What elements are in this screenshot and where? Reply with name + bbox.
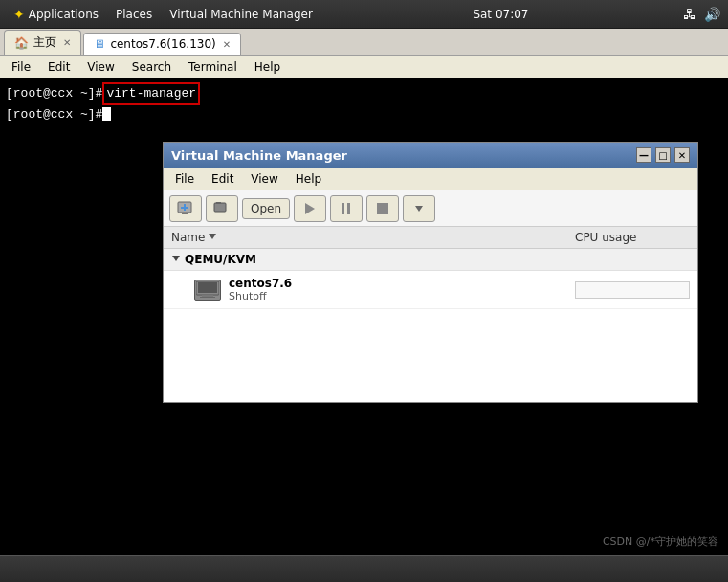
network-icon: 🖧 xyxy=(683,7,696,22)
vm-status: Shutoff xyxy=(229,290,292,302)
svg-rect-15 xyxy=(198,282,217,293)
vmm-menu-help[interactable]: Help xyxy=(288,170,329,188)
open-vm-icon-button[interactable] xyxy=(206,195,238,222)
terminal-menu-search[interactable]: Search xyxy=(124,58,179,76)
terminal-prompt-2: [root@ccx ~]# xyxy=(6,105,102,124)
tab-centos[interactable]: 🖥 centos7.6(16.130) ✕ xyxy=(83,33,241,55)
qemu-kvm-group[interactable]: QEMU/KVM xyxy=(164,249,697,271)
vmm-menu-edit[interactable]: Edit xyxy=(204,170,241,188)
new-vm-button[interactable] xyxy=(169,195,202,222)
vmm-minimize-button[interactable]: — xyxy=(636,147,651,163)
svg-rect-4 xyxy=(181,207,188,209)
centos-tab-close[interactable]: ✕ xyxy=(223,39,231,50)
terminal-prompt-1: [root@ccx ~]# xyxy=(6,84,102,103)
vmm-list-body: QEMU/KVM centos7.6 Shutoff xyxy=(164,249,697,402)
vm-row-centos[interactable]: centos7.6 Shutoff xyxy=(164,271,697,309)
vm-details: centos7.6 Shutoff xyxy=(229,277,292,302)
svg-marker-12 xyxy=(209,234,216,239)
applications-label: Applications xyxy=(29,8,99,21)
svg-marker-13 xyxy=(172,256,180,261)
svg-marker-7 xyxy=(305,203,315,214)
svg-rect-2 xyxy=(182,213,188,214)
vmm-title-controls: — □ ✕ xyxy=(636,147,690,163)
terminal-menubar: File Edit View Search Terminal Help xyxy=(0,56,728,78)
top-taskbar: ✦ Applications Places Virtual Machine Ma… xyxy=(0,0,728,29)
new-vm-icon xyxy=(176,199,195,218)
vmm-menu-button[interactable]: Virtual Machine Manager xyxy=(162,5,320,24)
pause-icon xyxy=(337,199,356,218)
cpu-column-label: CPU usage xyxy=(575,231,636,244)
open-label: Open xyxy=(251,202,281,215)
volume-icon: 🔊 xyxy=(704,7,720,22)
group-chevron-icon xyxy=(171,253,181,266)
open-button[interactable]: Open xyxy=(242,198,290,219)
dropdown-icon xyxy=(409,199,429,218)
watermark-text: CSDN @/*守护她的笑容 xyxy=(603,535,718,548)
terminal-menu-view[interactable]: View xyxy=(79,58,121,76)
taskbar-clock: Sat 07:07 xyxy=(326,8,675,21)
name-sort-icon xyxy=(209,231,216,244)
centos-tab-label: centos7.6(16.130) xyxy=(110,37,215,51)
vmm-dialog: Virtual Machine Manager — □ ✕ File Edit … xyxy=(163,142,698,403)
svg-rect-8 xyxy=(342,203,344,214)
terminal-menu-file[interactable]: File xyxy=(4,58,38,76)
terminal-menu-edit[interactable]: Edit xyxy=(40,58,77,76)
vmm-menubar: File Edit View Help xyxy=(164,168,697,190)
centos-tab-icon: 🖥 xyxy=(94,37,105,51)
svg-rect-1 xyxy=(180,212,189,213)
vmm-close-button[interactable]: ✕ xyxy=(674,147,690,163)
gnome-star-icon: ✦ xyxy=(13,7,25,22)
start-vm-button[interactable] xyxy=(294,195,326,222)
stop-vm-button[interactable] xyxy=(366,195,399,222)
home-tab-icon: 🏠 xyxy=(14,36,29,50)
watermark: CSDN @/*守护她的笑容 xyxy=(603,534,718,548)
vm-monitor-icon xyxy=(194,280,221,301)
name-column-header: Name xyxy=(171,231,575,244)
cpu-column-header: CPU usage xyxy=(575,231,690,244)
open-vm-icon xyxy=(212,199,232,218)
vm-cpu-bar xyxy=(575,281,690,299)
svg-rect-17 xyxy=(200,297,215,298)
group-label: QEMU/KVM xyxy=(185,253,256,266)
terminal-command: virt-manager xyxy=(102,82,200,105)
vm-info: centos7.6 Shutoff xyxy=(194,277,575,302)
vmm-menu-file[interactable]: File xyxy=(167,170,202,188)
terminal-line-2: [root@ccx ~]# xyxy=(6,105,722,124)
svg-marker-11 xyxy=(415,206,423,212)
vmm-titlebar: Virtual Machine Manager — □ ✕ xyxy=(164,143,697,168)
terminal-menu-help[interactable]: Help xyxy=(247,58,288,76)
taskbar-right-icons: 🖧 🔊 xyxy=(675,7,728,22)
vmm-label: Virtual Machine Manager xyxy=(169,8,313,21)
home-tab-label: 主页 xyxy=(33,34,56,51)
window-tab-bar: 🏠 主页 ✕ 🖥 centos7.6(16.130) ✕ xyxy=(0,29,728,56)
terminal-line-1: [root@ccx ~]# virt-manager xyxy=(6,82,722,105)
datetime-display: Sat 07:07 xyxy=(473,8,528,21)
applications-menu-button[interactable]: ✦ Applications xyxy=(6,4,106,25)
more-options-button[interactable] xyxy=(403,195,435,222)
terminal-cursor xyxy=(102,107,111,121)
pause-vm-button[interactable] xyxy=(330,195,363,222)
places-label: Places xyxy=(116,8,152,21)
terminal-menu-terminal[interactable]: Terminal xyxy=(181,58,245,76)
vmm-list-header: Name CPU usage xyxy=(164,227,697,249)
vmm-menu-view[interactable]: View xyxy=(243,170,285,188)
play-icon xyxy=(300,199,320,218)
svg-rect-5 xyxy=(214,203,226,212)
vm-name: centos7.6 xyxy=(229,277,292,290)
tab-home[interactable]: 🏠 主页 ✕ xyxy=(4,30,81,55)
bottom-taskbar xyxy=(0,555,728,582)
home-tab-close[interactable]: ✕ xyxy=(63,37,71,48)
svg-rect-9 xyxy=(347,203,350,214)
svg-rect-16 xyxy=(202,295,213,297)
vmm-maximize-button[interactable]: □ xyxy=(655,147,671,163)
vmm-toolbar: Open xyxy=(164,190,697,227)
stop-icon xyxy=(373,199,392,218)
taskbar-app-menu: ✦ Applications Places Virtual Machine Ma… xyxy=(0,4,326,25)
svg-rect-6 xyxy=(216,202,221,204)
vmm-title: Virtual Machine Manager xyxy=(171,148,347,163)
svg-rect-10 xyxy=(377,203,388,214)
name-column-label: Name xyxy=(171,231,205,244)
places-menu-button[interactable]: Places xyxy=(108,5,160,24)
